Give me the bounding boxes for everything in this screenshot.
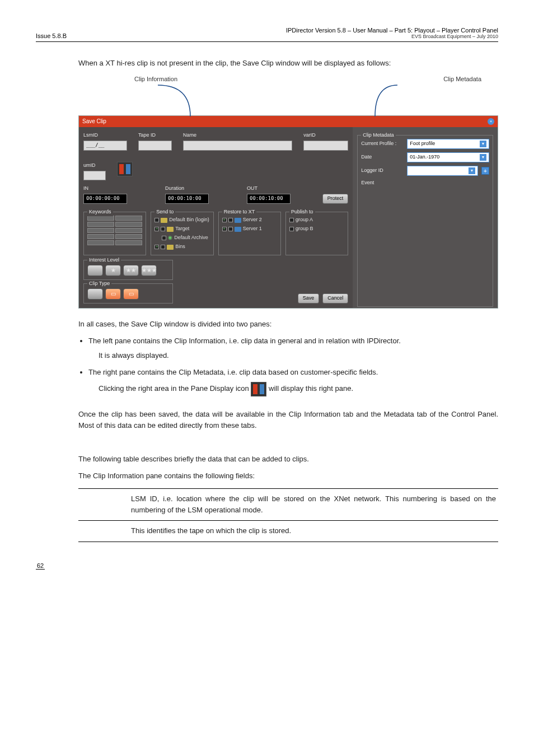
sendto-group: Send to Default Bin (login) Target ◉Defa…	[151, 212, 213, 255]
issue-label: Issue 5.8.B	[36, 32, 67, 39]
logger-label: Logger ID	[361, 167, 404, 175]
publish-legend: Publish to	[289, 208, 315, 216]
umid-label: umID	[83, 162, 106, 170]
date-label: Date	[361, 153, 404, 161]
pane-display-icon-inline	[251, 382, 266, 396]
body-p1: In all cases, the Save Clip window is di…	[78, 319, 498, 330]
interest-legend: Interest Level	[87, 256, 121, 264]
list-item[interactable]: group A	[289, 216, 344, 225]
save-button[interactable]: Save	[298, 293, 320, 304]
name-field[interactable]	[183, 141, 292, 151]
callout-curves	[78, 84, 498, 115]
doc-subtitle: EVS Broadcast Equipment – July 2010	[286, 34, 498, 39]
bullet1: The left pane contains the Clip Informat…	[88, 337, 401, 345]
cliptype-group: Clip Type ▭ ▭	[83, 283, 173, 304]
intro-text: When a XT hi-res clip is not present in …	[78, 58, 498, 69]
tapeid-field[interactable]	[138, 141, 172, 151]
keywords-grid[interactable]	[87, 216, 142, 245]
list-item[interactable]: Target	[154, 225, 209, 234]
out-label: OUT	[247, 185, 291, 193]
publish-group: Publish to group A group B	[285, 212, 348, 255]
pane-display-icon[interactable]	[117, 162, 133, 176]
out-field[interactable]: 00:00:10:00	[247, 194, 291, 204]
tapeid-label: Tape ID	[138, 132, 172, 139]
bullet2-post: will display this right pane.	[269, 384, 353, 393]
body-p4: The Clip Information pane contains the f…	[78, 470, 498, 482]
sendto-legend: Send to	[154, 208, 175, 216]
window-title: Save Clip	[82, 117, 106, 126]
profile-label: Current Profile :	[361, 140, 404, 148]
save-clip-screenshot: Save Clip × LsmID___/__ Tape ID Name var…	[78, 115, 498, 309]
interest-3star-button[interactable]: ★★★	[141, 265, 157, 276]
name-label: Name	[183, 132, 292, 139]
interest-1star-button[interactable]: ★	[105, 265, 121, 276]
fields-table: LSM ID, i.e. location where the clip wil…	[78, 488, 498, 542]
list-item[interactable]: Server 2	[222, 216, 277, 225]
interest-none-button[interactable]	[87, 265, 103, 276]
umid-field[interactable]	[83, 171, 106, 181]
cliptype-fill-button[interactable]: ▭	[105, 288, 121, 300]
chevron-down-icon: ▾	[480, 141, 486, 147]
bullet1-sub: It is always displayed.	[99, 350, 498, 361]
interest-2star-button[interactable]: ★★	[123, 265, 139, 276]
doc-title: IPDirector Version 5.8 – User Manual – P…	[286, 27, 498, 34]
table-cell-lsmid: LSM ID, i.e. location where the clip wil…	[129, 489, 498, 521]
date-select[interactable]: 01-Jan.-1970▾	[407, 152, 489, 162]
interest-level-group: Interest Level ★ ★★ ★★★	[83, 260, 173, 280]
varid-label: varID	[303, 132, 348, 139]
duration-field[interactable]: 00:00:10:00	[165, 194, 209, 204]
logger-select[interactable]: ▾	[407, 166, 478, 176]
page-number: 62	[36, 562, 45, 570]
cliptype-key-button[interactable]: ▭	[123, 288, 139, 300]
list-item[interactable]: group B	[289, 225, 344, 234]
cancel-button[interactable]: Cancel	[322, 293, 348, 304]
list-item[interactable]: ◉Default Archive	[154, 234, 209, 242]
cliptype-legend: Clip Type	[87, 280, 111, 288]
metadata-legend: Clip Metadata	[361, 132, 396, 139]
duration-label: Duration	[165, 185, 209, 193]
restore-group: Restore to XT Server 2 Server 1	[218, 212, 281, 255]
in-label: IN	[83, 185, 127, 193]
list-item[interactable]: Default Bin (login)	[154, 216, 209, 225]
table-row: LSM ID, i.e. location where the clip wil…	[78, 489, 498, 521]
restore-legend: Restore to XT	[222, 208, 257, 216]
keywords-group: Keywords	[83, 212, 146, 255]
body-p3: The following table describes briefly th…	[78, 454, 498, 465]
chevron-down-icon: ▾	[469, 167, 475, 174]
metadata-group: Clip Metadata Current Profile : Foot pro…	[357, 135, 493, 307]
varid-field[interactable]	[303, 141, 348, 151]
event-label: Event	[361, 179, 404, 187]
bullet2-pre: Clicking the right area in the Pane Disp…	[99, 384, 251, 393]
list-item[interactable]: Bins	[154, 242, 209, 251]
list-item[interactable]: Server 1	[222, 225, 277, 234]
add-logger-button[interactable]: +	[481, 167, 489, 175]
table-cell-tapeid: This identifies the tape on which the cl…	[129, 521, 498, 542]
profile-select[interactable]: Foot profile▾	[407, 139, 489, 149]
bullet2: The right pane contains the Clip Metadat…	[88, 368, 378, 376]
clip-metadata-pane: Clip Metadata Current Profile : Foot pro…	[353, 127, 498, 308]
keywords-legend: Keywords	[87, 208, 113, 216]
body-p2: Once the clip has been saved, the data w…	[78, 409, 498, 431]
protect-button[interactable]: Protect	[322, 194, 349, 204]
close-icon[interactable]: ×	[488, 118, 494, 125]
header-rule	[36, 41, 498, 42]
in-field[interactable]: 00:00:00:00	[83, 194, 127, 204]
lsmid-label: LsmID	[83, 132, 127, 139]
cliptype-blank-button[interactable]	[87, 288, 103, 300]
chevron-down-icon: ▾	[480, 154, 486, 161]
table-row: This identifies the tape on which the cl…	[78, 521, 498, 542]
event-field[interactable]	[407, 179, 489, 187]
lsmid-field[interactable]: ___/__	[83, 141, 127, 151]
clip-information-pane: LsmID___/__ Tape ID Name varID umID IN00…	[79, 127, 353, 308]
